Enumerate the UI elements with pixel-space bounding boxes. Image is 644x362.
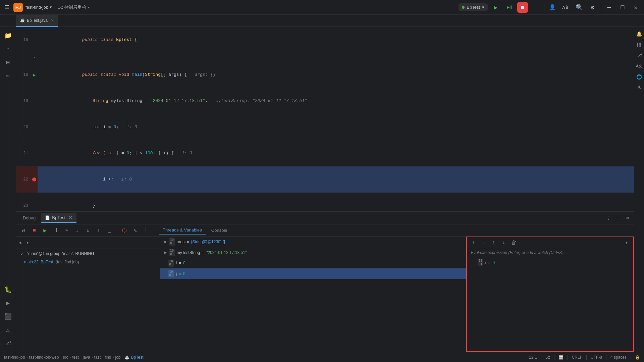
- step-over-button[interactable]: ↷: [62, 226, 71, 235]
- watch-down-btn[interactable]: ↓: [500, 239, 508, 247]
- var-args-icon: 1001: [169, 238, 175, 246]
- line-ending[interactable]: CRLF: [572, 355, 582, 360]
- var-myTestString-expand[interactable]: ▶: [164, 251, 167, 254]
- breakpoints-button[interactable]: ⬡: [120, 226, 129, 235]
- close-button[interactable]: ✕: [631, 2, 641, 13]
- sidebar-vcs[interactable]: ⎇: [2, 337, 14, 349]
- readonly-icon[interactable]: 🔒: [635, 355, 640, 360]
- more-debug-button[interactable]: ⋮: [141, 226, 151, 235]
- debug-layout-btn[interactable]: ⊞: [623, 214, 631, 222]
- debug-tab-close[interactable]: ✕: [69, 215, 72, 220]
- translate-sidebar-btn[interactable]: A文: [635, 62, 644, 70]
- var-myTestString[interactable]: ▶ 1001 myTestString = "2024-01-12 17:18:…: [160, 247, 466, 258]
- project-label: fast-find-job: [25, 5, 48, 10]
- structure-icon: ⎇: [58, 4, 63, 10]
- watch-input[interactable]: [471, 250, 629, 255]
- sidebar-structure[interactable]: ⊞: [2, 56, 14, 68]
- path-file[interactable]: ☕ BpTest: [125, 355, 144, 360]
- path-module6[interactable]: find: [105, 355, 111, 360]
- plugin-btn[interactable]: 🌐: [635, 72, 644, 81]
- sidebar-run[interactable]: ▶: [2, 297, 14, 309]
- sidebar-terminal[interactable]: ⬛: [2, 310, 14, 322]
- watch-clear-btn[interactable]: 🗑: [510, 239, 518, 247]
- status-divider-4: [586, 355, 587, 360]
- threads-variables-tab[interactable]: Threads & Variables: [159, 226, 206, 235]
- maximize-button[interactable]: □: [617, 2, 628, 13]
- debug-secondary-tabs: Threads & Variables Console: [152, 226, 631, 235]
- settings-icon[interactable]: ⚙: [587, 2, 598, 13]
- sidebar-project[interactable]: 📁: [2, 30, 14, 42]
- pause-button[interactable]: ⏸: [51, 226, 60, 235]
- breadcrumb[interactable]: fast-find-job › fast-find-job-web › src …: [4, 355, 144, 360]
- a-icon-btn[interactable]: A: [635, 83, 644, 92]
- watch-settings-btn[interactable]: ▾: [623, 239, 631, 247]
- more-actions-button[interactable]: ⋮: [531, 2, 541, 13]
- notifications-btn[interactable]: 🔔: [635, 30, 644, 38]
- indent[interactable]: 4 spaces: [610, 355, 627, 360]
- thread-main[interactable]: ✓ "main"@1 in group "main": RUNNING: [16, 249, 160, 258]
- watch-remove-btn[interactable]: −: [480, 239, 488, 247]
- path-module3[interactable]: test: [72, 355, 78, 360]
- path-module2[interactable]: src: [63, 355, 68, 360]
- structure-selector[interactable]: ⎇ 控制层重构 ▾: [58, 4, 90, 10]
- watch-input-row[interactable]: [467, 248, 633, 257]
- file-tab-close[interactable]: ✕: [51, 18, 54, 22]
- var-j[interactable]: 1001 j = 0: [160, 268, 466, 279]
- sidebar-more[interactable]: ⋯: [2, 70, 14, 82]
- debug-more-btn[interactable]: ⋮: [604, 214, 612, 222]
- breakpoint-icon[interactable]: [32, 177, 36, 182]
- cursor-position[interactable]: 22:1: [529, 355, 537, 360]
- stop-button[interactable]: ■: [517, 2, 528, 13]
- run-configuration[interactable]: BpTest ▾: [459, 3, 488, 11]
- gutter-fold[interactable]: ▾: [31, 55, 38, 59]
- coverage-button[interactable]: ▶▐: [504, 2, 515, 13]
- filter-icon[interactable]: ⚗: [19, 240, 21, 246]
- path-module5[interactable]: fast: [94, 355, 101, 360]
- code-text-16: public class BpTest {: [38, 27, 137, 53]
- mute-breakpoints-button[interactable]: ✎: [130, 226, 140, 235]
- resume-button[interactable]: ▶: [40, 226, 50, 235]
- step-into-button[interactable]: ↓: [72, 226, 82, 235]
- watch-up-btn[interactable]: ↑: [490, 239, 498, 247]
- stop-debug-button[interactable]: ■: [30, 226, 39, 235]
- var-args[interactable]: ▶ 1001 args = {String[0]@1230} []: [160, 237, 466, 247]
- path-module4[interactable]: java: [83, 355, 90, 360]
- project-selector[interactable]: fast-find-job ▾: [25, 5, 52, 10]
- profile-icon[interactable]: 👤: [547, 2, 558, 13]
- stack-frame-main[interactable]: main:22, BpTest (fast.find.job): [16, 258, 160, 266]
- force-step-into-button[interactable]: ⇓: [83, 226, 93, 235]
- path-project[interactable]: fast-find-job: [4, 355, 25, 360]
- var-args-expand[interactable]: ▶: [164, 240, 167, 244]
- git-btn[interactable]: ⎇: [635, 51, 644, 60]
- threads-variables-label: Threads & Variables: [163, 227, 202, 232]
- sidebar-bookmark[interactable]: ⊕: [2, 43, 14, 55]
- watch-add-btn[interactable]: +: [470, 239, 478, 247]
- debug-tab-bptest[interactable]: 📄 BpTest ✕: [41, 213, 76, 223]
- console-tab[interactable]: Console: [207, 226, 231, 234]
- notification-sidebar: 🔔 m ⎇ A文 🌐 A: [634, 27, 644, 352]
- var-i[interactable]: 1001 i = 0: [160, 258, 466, 269]
- translate-icon[interactable]: A文: [560, 2, 571, 13]
- debug-tab-debug[interactable]: Debug: [19, 213, 40, 222]
- search-icon[interactable]: 🔍: [574, 2, 585, 13]
- thread-filter-dropdown[interactable]: ▾: [23, 238, 32, 247]
- path-module1[interactable]: fast-find-job-web: [29, 355, 59, 360]
- sidebar-debug[interactable]: 🐛: [2, 283, 14, 296]
- run-to-cursor-button[interactable]: ⎯: [105, 226, 114, 235]
- gutter-22[interactable]: [31, 177, 38, 182]
- run-button[interactable]: ▶: [490, 2, 501, 13]
- path-module7[interactable]: job: [115, 355, 120, 360]
- minimize-button[interactable]: —: [604, 2, 614, 13]
- sidebar-problems[interactable]: ⚠: [2, 324, 14, 336]
- platform-icon[interactable]: 🪟: [558, 355, 564, 360]
- code-line-23: 23 }: [16, 193, 634, 211]
- bookmarks-btn[interactable]: m: [635, 40, 644, 49]
- vcs-status[interactable]: ⎇: [545, 355, 550, 360]
- watch-item-i[interactable]: 1001 i = 0: [467, 257, 633, 268]
- debug-minimize-btn[interactable]: —: [614, 214, 622, 222]
- menu-icon[interactable]: ☰: [3, 3, 11, 11]
- rerun-button[interactable]: ↺: [19, 226, 28, 235]
- file-tab-bptest[interactable]: ☕ BpTest.java ✕: [16, 15, 58, 27]
- charset[interactable]: UTF-8: [591, 355, 602, 360]
- step-out-button[interactable]: ↑: [94, 226, 103, 235]
